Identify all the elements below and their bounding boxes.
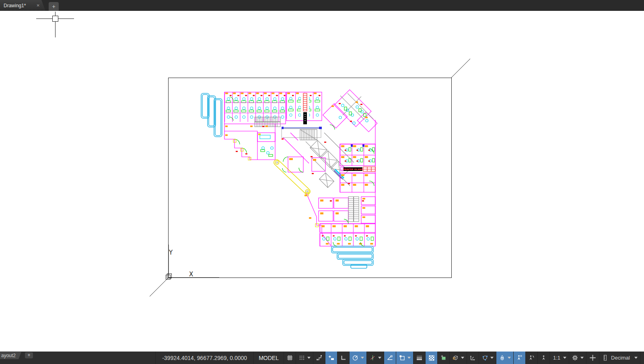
yellow-marks — [233, 140, 319, 227]
chevron-down-icon[interactable] — [407, 357, 411, 359]
ortho-mode-toggle[interactable] — [337, 352, 349, 364]
gizmo-toggle[interactable] — [496, 352, 513, 364]
corner-diagonal-top-right — [451, 59, 470, 78]
selection-filtering-icon — [481, 354, 488, 361]
ruler-icon — [602, 354, 609, 361]
transparency-toggle[interactable] — [425, 352, 437, 364]
snap-icon — [298, 354, 305, 361]
annotation-scale-value[interactable]: 1:1 — [549, 352, 569, 364]
drawing-canvas[interactable]: Y X — [0, 11, 644, 352]
object-snap-toggle[interactable] — [396, 352, 413, 364]
canvas-graphics: Y X — [0, 11, 644, 352]
new-layout-tab-button[interactable]: + — [25, 352, 33, 358]
cubicles-right-lower — [340, 173, 375, 192]
chevron-down-icon[interactable] — [307, 357, 311, 359]
new-drawing-tab-button[interactable]: + — [49, 2, 59, 11]
chevron-down-icon[interactable] — [563, 357, 566, 359]
polar-tracking-icon — [352, 354, 359, 361]
annotation-visibility-toggle[interactable] — [513, 352, 525, 364]
layout-tab-layout2[interactable]: ayout2 — [0, 352, 21, 359]
office-row-bottom — [320, 233, 375, 246]
chevron-down-icon[interactable] — [508, 357, 511, 359]
annotation-scale-indicator[interactable] — [537, 352, 549, 364]
file-tab-label: Drawing1* — [4, 3, 35, 8]
status-bar: ayout2 + -39924.4014, 96677.2969, 0.0000… — [0, 352, 644, 364]
infer-constraints-toggle[interactable] — [313, 352, 325, 364]
workspace-switching-button[interactable] — [569, 352, 586, 364]
model-space-toggle[interactable]: MODEL — [253, 352, 284, 364]
autoscale-toggle[interactable] — [525, 352, 537, 364]
corridor-rooms-row — [320, 224, 375, 232]
dynamic-ucs-icon — [469, 354, 476, 361]
balconies-top-left — [201, 93, 222, 137]
grid-display-toggle[interactable] — [284, 352, 296, 364]
coordinates-display: -39924.4014, 96677.2969, 0.0000 — [155, 352, 253, 364]
selection-cycling-icon — [440, 354, 447, 361]
stair-core-3 — [348, 197, 359, 222]
file-tab-bar: Drawing1* ✕ + — [0, 0, 644, 11]
chevron-down-icon[interactable] — [580, 357, 584, 359]
customization-plus-icon — [589, 354, 597, 362]
status-bar-end-cell — [640, 352, 644, 364]
file-tab-drawing1[interactable]: Drawing1* ✕ — [0, 0, 45, 11]
autoscale-icon — [528, 354, 535, 361]
cubicles-right-upper — [340, 144, 375, 166]
object-snap-tracking-toggle[interactable] — [384, 352, 396, 364]
transparency-icon — [428, 354, 435, 361]
chevron-down-icon[interactable] — [490, 357, 494, 359]
dynamic-input-icon — [328, 354, 335, 361]
printer-island-label: PRINTER ISLAND — [343, 168, 363, 171]
office-block-a — [224, 92, 286, 124]
dynamic-ucs-toggle[interactable] — [467, 352, 479, 364]
isodraft-icon — [369, 354, 376, 361]
gizmo-icon — [499, 354, 506, 361]
workspace-gear-icon — [572, 354, 578, 361]
ucs-y-label: Y — [169, 249, 173, 256]
snap-mode-toggle[interactable] — [296, 352, 313, 364]
stair-core-2 — [300, 130, 317, 140]
customization-button[interactable] — [586, 352, 599, 364]
isometric-drafting-toggle[interactable] — [366, 352, 384, 364]
chevron-down-icon[interactable] — [461, 357, 464, 359]
3d-object-snap-toggle[interactable] — [449, 352, 467, 364]
terrace-bottom-right — [331, 246, 373, 268]
annotation-scale-icon — [540, 354, 547, 361]
dynamic-input-toggle[interactable] — [325, 352, 337, 364]
ucs-x-label: X — [189, 271, 193, 278]
object-snap-tracking-icon — [387, 354, 393, 361]
selection-cycling-toggle[interactable] — [437, 352, 449, 364]
3d-object-snap-icon — [452, 354, 459, 361]
close-tab-icon[interactable]: ✕ — [37, 3, 40, 8]
chevron-down-icon[interactable] — [378, 357, 381, 359]
object-snap-icon — [399, 354, 405, 361]
floor-plan: PRINTER ISLAND — [201, 90, 377, 268]
ortho-icon — [340, 354, 347, 361]
lineweight-icon — [416, 354, 423, 361]
yellow-corridor — [274, 160, 310, 194]
chevron-down-icon[interactable] — [361, 357, 364, 359]
crosshair-cursor — [36, 12, 74, 37]
ucs-icon: Y X — [150, 245, 219, 296]
lineweight-toggle[interactable] — [413, 352, 425, 364]
polar-tracking-toggle[interactable] — [349, 352, 366, 364]
printer-island: PRINTER ISLAND — [341, 167, 375, 171]
annotation-visibility-icon — [516, 354, 523, 361]
grid-icon — [286, 354, 293, 361]
chevron-down-icon[interactable] — [634, 357, 638, 359]
selection-filtering-toggle[interactable] — [479, 352, 496, 364]
units-selector[interactable]: Decimal — [599, 352, 640, 364]
infer-constraints-icon — [316, 354, 323, 361]
